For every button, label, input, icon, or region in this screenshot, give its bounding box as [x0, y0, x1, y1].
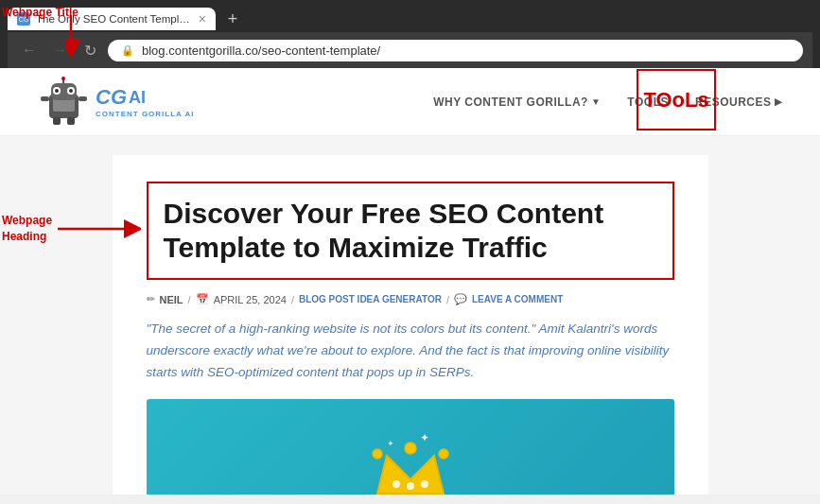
calendar-icon: 📅 [196, 293, 209, 305]
refresh-button[interactable]: ↻ [78, 38, 102, 62]
site-nav: WHY CONTENT GORILLA? ▼ TOOLS RESOURCES ▶ [433, 96, 782, 109]
tab-close-icon[interactable]: × [199, 12, 206, 26]
url-text: blog.contentgorilla.co/seo-content-templ… [142, 43, 380, 58]
site-header: CG AI CONTENT GORILLA AI WHY CONTENT GOR… [0, 68, 820, 136]
svg-rect-12 [67, 117, 75, 125]
svg-point-19 [421, 480, 428, 488]
lock-icon: 🔒 [121, 44, 134, 57]
svg-rect-1 [53, 98, 75, 112]
article-quote: "The secret of a high-ranking website is… [147, 319, 674, 384]
article-image: ✦ ✦ [147, 399, 674, 495]
tab-favicon: CG [17, 12, 30, 26]
crown-icon: ✦ ✦ [368, 427, 453, 495]
logo-area: CG AI CONTENT GORILLA AI [38, 76, 195, 128]
svg-rect-9 [41, 96, 49, 101]
address-field[interactable]: 🔒 blog.contentgorilla.co/seo-content-tem… [108, 40, 803, 61]
svg-point-6 [69, 89, 73, 93]
nav-item-tools[interactable]: TOOLS [627, 96, 669, 109]
new-tab-button[interactable]: + [219, 6, 246, 32]
article-meta: ✏ NEIL / 📅 APRIL 25, 2024 / BLOG POST ID… [147, 293, 674, 305]
logo-text-area: CG AI CONTENT GORILLA AI [96, 85, 195, 118]
chevron-down-icon: ▼ [591, 96, 601, 107]
back-button[interactable]: ← [17, 38, 42, 62]
tab-title: The Only SEO Content Template [36, 13, 193, 25]
pencil-icon: ✏ [147, 293, 155, 305]
forward-button[interactable]: → [47, 38, 72, 62]
logo-robot-icon [38, 76, 90, 128]
address-bar-row: ← → ↻ 🔒 blog.contentgorilla.co/seo-conte… [8, 32, 812, 68]
article-heading: Discover Your Free SEO Content Template … [164, 197, 657, 265]
svg-point-5 [55, 89, 59, 93]
meta-sep-1: / [188, 294, 191, 305]
chevron-right-icon: ▶ [775, 96, 783, 107]
meta-category-link[interactable]: BLOG POST IDEA GENERATOR [299, 294, 442, 304]
browser-chrome: CG The Only SEO Content Template × + ← →… [0, 0, 820, 68]
main-content: Discover Your Free SEO Content Template … [0, 136, 820, 495]
svg-rect-10 [79, 96, 87, 101]
svg-point-14 [373, 449, 382, 459]
active-tab[interactable]: CG The Only SEO Content Template × [8, 8, 216, 30]
svg-point-17 [393, 480, 400, 488]
svg-point-18 [407, 482, 414, 490]
svg-point-15 [405, 443, 416, 454]
tab-bar: CG The Only SEO Content Template × + [8, 6, 812, 32]
meta-sep-3: / [446, 294, 449, 305]
svg-text:✦: ✦ [420, 431, 429, 444]
page-content: CG AI CONTENT GORILLA AI WHY CONTENT GOR… [0, 68, 820, 495]
svg-point-16 [439, 449, 448, 459]
nav-item-why[interactable]: WHY CONTENT GORILLA? ▼ [433, 96, 601, 109]
article-heading-box: Discover Your Free SEO Content Template … [147, 182, 674, 280]
nav-item-resources[interactable]: RESOURCES ▶ [695, 96, 782, 109]
meta-date: APRIL 25, 2024 [214, 294, 287, 305]
content-area: Discover Your Free SEO Content Template … [113, 155, 708, 495]
svg-rect-11 [53, 117, 61, 125]
meta-sep-2: / [291, 294, 294, 305]
logo-subtext: CONTENT GORILLA AI [96, 110, 195, 118]
meta-author: NEIL [160, 294, 183, 305]
comment-icon: 💬 [454, 293, 467, 305]
meta-comment-link[interactable]: LEAVE A COMMENT [472, 294, 563, 304]
svg-point-8 [61, 77, 65, 80]
svg-text:✦: ✦ [387, 439, 394, 448]
